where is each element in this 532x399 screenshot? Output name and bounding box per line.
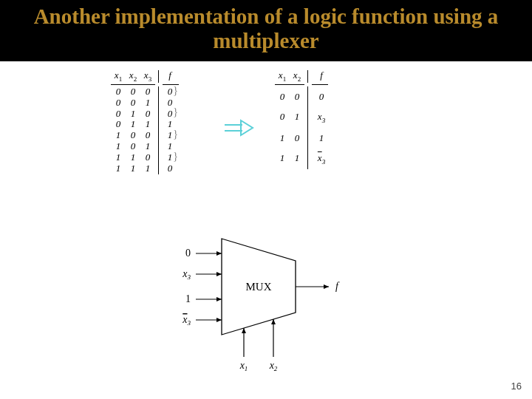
cell: 1 — [140, 98, 155, 109]
th-f: f — [163, 70, 177, 83]
mux-in-3: x3 — [182, 314, 191, 327]
svg-marker-9 — [216, 297, 222, 301]
cell: 1 — [111, 163, 126, 174]
th-x1: x1 — [275, 70, 290, 83]
cell: 0 — [126, 141, 140, 152]
mux-out: f — [335, 281, 340, 292]
mux-in-1: x3 — [182, 268, 191, 281]
mux-label: MUX — [245, 281, 271, 293]
truth-table-reduced: x1 x2 f 000 01x3 101 11x3 — [275, 70, 331, 169]
cell: 0 — [126, 130, 140, 141]
th-x3: x3 — [140, 70, 155, 83]
mux-in-2: 1 — [185, 293, 191, 304]
cell: 0 — [140, 109, 155, 120]
cell: 0 — [275, 86, 290, 106]
cell: 0 — [111, 119, 126, 130]
cell: 0 — [140, 130, 155, 141]
svg-marker-7 — [216, 272, 222, 276]
brace-icon: } — [173, 106, 178, 118]
cell: 1 — [275, 128, 290, 148]
cell: 0 — [163, 163, 177, 174]
cell: 1 — [140, 141, 155, 152]
cell: 0 — [140, 152, 155, 163]
th-x2: x2 — [126, 70, 140, 83]
th-x2: x2 — [290, 70, 304, 83]
mux-diagram: MUX 0 x3 1 x3 f x1 x2 — [155, 231, 377, 379]
cell: 0 — [312, 86, 331, 106]
cell: x3 — [312, 106, 331, 127]
th-x1: x1 — [111, 70, 126, 83]
page-number: 16 — [511, 381, 522, 392]
truth-table-full: x1 x2 x3 f 0000 0010 0100 0111 1001 1011… — [111, 70, 179, 174]
cell: 1 — [140, 163, 155, 174]
th-f: f — [312, 70, 331, 83]
svg-marker-5 — [216, 251, 222, 256]
svg-marker-11 — [216, 318, 222, 322]
mux-sel-1: x2 — [269, 360, 278, 372]
svg-marker-13 — [324, 284, 329, 289]
brace-icon: } — [173, 84, 178, 97]
cell: 1 — [126, 109, 140, 120]
cell: 1 — [126, 163, 140, 174]
cell: 1 — [111, 130, 126, 141]
cell: 1 — [312, 128, 331, 148]
implies-arrow-icon — [222, 117, 255, 142]
cell: 1 — [111, 152, 126, 163]
cell: 1 — [290, 148, 304, 168]
cell: 1 — [290, 106, 304, 127]
brace-icon: } — [173, 128, 178, 140]
mux-in-0: 0 — [185, 248, 191, 259]
cell: 0 — [111, 86, 126, 98]
cell: 0 — [126, 86, 140, 98]
brace-icon: } — [173, 150, 178, 163]
mux-sel-0: x1 — [239, 360, 248, 372]
cell: 1 — [126, 152, 140, 163]
cell: 0 — [111, 109, 126, 120]
slide-title: Another implementation of a logic functi… — [0, 0, 532, 61]
cell: 1 — [275, 148, 290, 168]
cell: 0 — [111, 98, 126, 109]
cell: 1 — [111, 141, 126, 152]
cell: 0 — [126, 98, 140, 109]
cell: 0 — [290, 128, 304, 148]
cell: 0 — [290, 86, 304, 106]
cell: 0 — [275, 106, 290, 127]
cell: 1 — [126, 119, 140, 130]
cell: 0 — [140, 86, 155, 98]
cell: 1 — [140, 119, 155, 130]
cell: x3 — [312, 148, 331, 168]
svg-marker-2 — [241, 120, 253, 135]
